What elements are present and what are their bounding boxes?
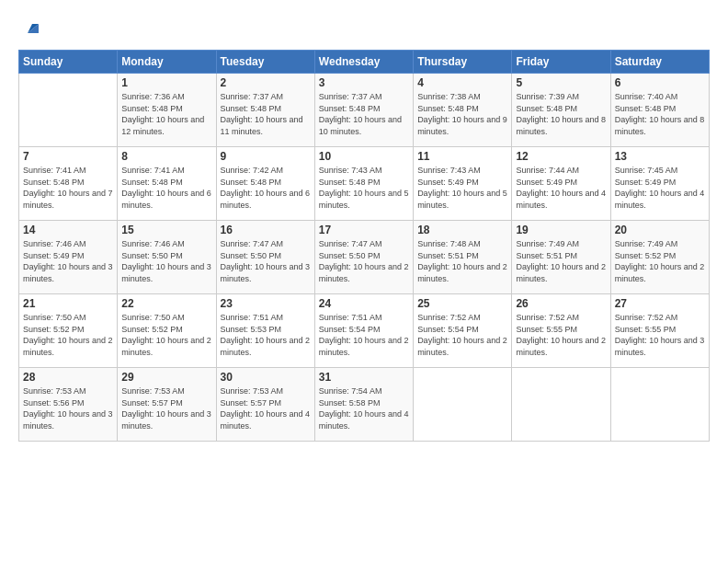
day-number: 23	[221, 297, 311, 310]
day-number: 7	[23, 150, 113, 163]
day-info: Sunrise: 7:48 AMSunset: 5:51 PMDaylight:…	[417, 238, 507, 284]
day-header-saturday: Saturday	[610, 51, 709, 74]
day-number: 4	[417, 76, 507, 89]
day-number: 11	[417, 150, 507, 163]
calendar-cell: 17 Sunrise: 7:47 AMSunset: 5:50 PMDaylig…	[314, 221, 413, 294]
day-info: Sunrise: 7:39 AMSunset: 5:48 PMDaylight:…	[516, 91, 606, 137]
day-info: Sunrise: 7:49 AMSunset: 5:51 PMDaylight:…	[516, 238, 606, 284]
day-number: 17	[319, 224, 409, 236]
logo-icon	[22, 17, 42, 40]
calendar-cell: 31 Sunrise: 7:54 AMSunset: 5:58 PMDaylig…	[314, 368, 413, 442]
day-number: 9	[221, 150, 311, 163]
calendar-container: SundayMondayTuesdayWednesdayThursdayFrid…	[0, 0, 728, 453]
day-info: Sunrise: 7:36 AMSunset: 5:48 PMDaylight:…	[121, 91, 211, 137]
day-info: Sunrise: 7:54 AMSunset: 5:58 PMDaylight:…	[319, 385, 409, 431]
calendar-cell: 29 Sunrise: 7:53 AMSunset: 5:57 PMDaylig…	[118, 368, 216, 442]
day-info: Sunrise: 7:45 AMSunset: 5:49 PMDaylight:…	[615, 165, 705, 211]
calendar-cell: 4 Sunrise: 7:38 AMSunset: 5:48 PMDayligh…	[414, 74, 512, 147]
day-number: 20	[615, 224, 705, 236]
day-info: Sunrise: 7:52 AMSunset: 5:54 PMDaylight:…	[417, 312, 507, 358]
day-number: 14	[23, 224, 113, 236]
calendar-cell: 1 Sunrise: 7:36 AMSunset: 5:48 PMDayligh…	[118, 74, 216, 147]
calendar-cell: 2 Sunrise: 7:37 AMSunset: 5:48 PMDayligh…	[216, 74, 314, 147]
calendar-cell: 18 Sunrise: 7:48 AMSunset: 5:51 PMDaylig…	[414, 221, 512, 294]
calendar-cell: 28 Sunrise: 7:53 AMSunset: 5:56 PMDaylig…	[19, 368, 118, 442]
day-number: 29	[121, 371, 211, 384]
calendar-cell: 20 Sunrise: 7:49 AMSunset: 5:52 PMDaylig…	[610, 221, 709, 294]
day-info: Sunrise: 7:41 AMSunset: 5:48 PMDaylight:…	[121, 165, 211, 211]
day-info: Sunrise: 7:52 AMSunset: 5:55 PMDaylight:…	[516, 312, 606, 358]
day-info: Sunrise: 7:40 AMSunset: 5:48 PMDaylight:…	[615, 91, 705, 137]
day-number: 19	[516, 224, 606, 236]
day-info: Sunrise: 7:43 AMSunset: 5:48 PMDaylight:…	[319, 165, 409, 211]
day-number: 21	[23, 297, 113, 310]
week-row-0: 1 Sunrise: 7:36 AMSunset: 5:48 PMDayligh…	[19, 74, 710, 147]
day-info: Sunrise: 7:51 AMSunset: 5:54 PMDaylight:…	[319, 312, 409, 358]
day-number: 30	[221, 371, 311, 384]
day-number: 24	[319, 297, 409, 310]
day-number: 5	[516, 76, 606, 89]
day-header-sunday: Sunday	[19, 51, 118, 74]
day-info: Sunrise: 7:53 AMSunset: 5:57 PMDaylight:…	[121, 385, 211, 431]
day-header-wednesday: Wednesday	[314, 51, 413, 74]
calendar-cell: 23 Sunrise: 7:51 AMSunset: 5:53 PMDaylig…	[216, 294, 314, 368]
day-info: Sunrise: 7:42 AMSunset: 5:48 PMDaylight:…	[221, 165, 311, 211]
calendar-cell: 19 Sunrise: 7:49 AMSunset: 5:51 PMDaylig…	[512, 221, 610, 294]
day-info: Sunrise: 7:47 AMSunset: 5:50 PMDaylight:…	[319, 238, 409, 284]
header-row-days: SundayMondayTuesdayWednesdayThursdayFrid…	[19, 51, 710, 74]
calendar-cell: 24 Sunrise: 7:51 AMSunset: 5:54 PMDaylig…	[314, 294, 413, 368]
day-info: Sunrise: 7:52 AMSunset: 5:55 PMDaylight:…	[615, 312, 705, 358]
calendar-cell: 7 Sunrise: 7:41 AMSunset: 5:48 PMDayligh…	[19, 147, 118, 221]
day-info: Sunrise: 7:43 AMSunset: 5:49 PMDaylight:…	[417, 165, 507, 211]
calendar-cell: 27 Sunrise: 7:52 AMSunset: 5:55 PMDaylig…	[610, 294, 709, 368]
week-row-1: 7 Sunrise: 7:41 AMSunset: 5:48 PMDayligh…	[19, 147, 710, 221]
day-number: 16	[221, 224, 311, 236]
calendar-cell: 10 Sunrise: 7:43 AMSunset: 5:48 PMDaylig…	[314, 147, 413, 221]
calendar-cell: 26 Sunrise: 7:52 AMSunset: 5:55 PMDaylig…	[512, 294, 610, 368]
day-info: Sunrise: 7:37 AMSunset: 5:48 PMDaylight:…	[221, 91, 311, 137]
calendar-cell: 9 Sunrise: 7:42 AMSunset: 5:48 PMDayligh…	[216, 147, 314, 221]
calendar-cell: 22 Sunrise: 7:50 AMSunset: 5:52 PMDaylig…	[118, 294, 216, 368]
day-info: Sunrise: 7:50 AMSunset: 5:52 PMDaylight:…	[23, 312, 113, 358]
day-header-tuesday: Tuesday	[216, 51, 314, 74]
calendar-cell: 30 Sunrise: 7:53 AMSunset: 5:57 PMDaylig…	[216, 368, 314, 442]
calendar-cell: 25 Sunrise: 7:52 AMSunset: 5:54 PMDaylig…	[414, 294, 512, 368]
day-number: 18	[417, 224, 507, 236]
week-row-3: 21 Sunrise: 7:50 AMSunset: 5:52 PMDaylig…	[19, 294, 710, 368]
calendar-cell	[512, 368, 610, 442]
logo	[18, 17, 42, 40]
calendar-cell	[19, 74, 118, 147]
day-info: Sunrise: 7:50 AMSunset: 5:52 PMDaylight:…	[121, 312, 211, 358]
calendar-cell: 5 Sunrise: 7:39 AMSunset: 5:48 PMDayligh…	[512, 74, 610, 147]
calendar-cell	[414, 368, 512, 442]
day-number: 25	[417, 297, 507, 310]
day-info: Sunrise: 7:49 AMSunset: 5:52 PMDaylight:…	[615, 238, 705, 284]
day-header-monday: Monday	[118, 51, 216, 74]
day-info: Sunrise: 7:47 AMSunset: 5:50 PMDaylight:…	[221, 238, 311, 284]
day-info: Sunrise: 7:44 AMSunset: 5:49 PMDaylight:…	[516, 165, 606, 211]
day-header-friday: Friday	[512, 51, 610, 74]
calendar-cell: 14 Sunrise: 7:46 AMSunset: 5:49 PMDaylig…	[19, 221, 118, 294]
day-info: Sunrise: 7:53 AMSunset: 5:56 PMDaylight:…	[23, 385, 113, 431]
day-info: Sunrise: 7:51 AMSunset: 5:53 PMDaylight:…	[221, 312, 311, 358]
day-header-thursday: Thursday	[414, 51, 512, 74]
day-number: 27	[615, 297, 705, 310]
calendar-cell: 11 Sunrise: 7:43 AMSunset: 5:49 PMDaylig…	[414, 147, 512, 221]
day-number: 10	[319, 150, 409, 163]
header-row	[18, 17, 710, 40]
day-number: 6	[615, 76, 705, 89]
day-number: 13	[615, 150, 705, 163]
calendar-cell: 16 Sunrise: 7:47 AMSunset: 5:50 PMDaylig…	[216, 221, 314, 294]
week-row-4: 28 Sunrise: 7:53 AMSunset: 5:56 PMDaylig…	[19, 368, 710, 442]
calendar-cell	[610, 368, 709, 442]
day-number: 8	[121, 150, 211, 163]
day-number: 22	[121, 297, 211, 310]
day-number: 1	[121, 76, 211, 89]
day-number: 3	[319, 76, 409, 89]
day-number: 28	[23, 371, 113, 384]
calendar-cell: 21 Sunrise: 7:50 AMSunset: 5:52 PMDaylig…	[19, 294, 118, 368]
day-number: 2	[221, 76, 311, 89]
calendar-table: SundayMondayTuesdayWednesdayThursdayFrid…	[18, 50, 710, 442]
calendar-cell: 3 Sunrise: 7:37 AMSunset: 5:48 PMDayligh…	[314, 74, 413, 147]
week-row-2: 14 Sunrise: 7:46 AMSunset: 5:49 PMDaylig…	[19, 221, 710, 294]
